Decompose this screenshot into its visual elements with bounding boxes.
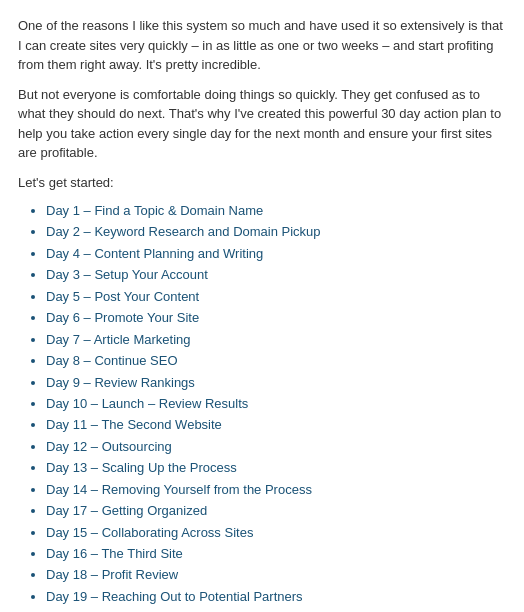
- list-item: Day 1 – Find a Topic & Domain Name: [46, 200, 506, 221]
- paragraph-2: But not everyone is comfortable doing th…: [18, 85, 506, 163]
- list-item: Day 17 – Getting Organized: [46, 500, 506, 521]
- paragraph-3: Let's get started:: [18, 173, 506, 193]
- list-item: Day 11 – The Second Website: [46, 414, 506, 435]
- list-item: Day 20 – Increasing Action Speed: [46, 607, 506, 612]
- list-item: Day 9 – Review Rankings: [46, 372, 506, 393]
- list-item: Day 19 – Reaching Out to Potential Partn…: [46, 586, 506, 607]
- list-item: Day 14 – Removing Yourself from the Proc…: [46, 479, 506, 500]
- list-item: Day 16 – The Third Site: [46, 543, 506, 564]
- list-item: Day 13 – Scaling Up the Process: [46, 457, 506, 478]
- list-item: Day 7 – Article Marketing: [46, 329, 506, 350]
- list-item: Day 12 – Outsourcing: [46, 436, 506, 457]
- day-list: Day 1 – Find a Topic & Domain NameDay 2 …: [18, 200, 506, 612]
- list-item: Day 2 – Keyword Research and Domain Pick…: [46, 221, 506, 242]
- list-item: Day 3 – Setup Your Account: [46, 264, 506, 285]
- list-item: Day 8 – Continue SEO: [46, 350, 506, 371]
- paragraph-1: One of the reasons I like this system so…: [18, 16, 506, 75]
- list-item: Day 10 – Launch – Review Results: [46, 393, 506, 414]
- list-item: Day 18 – Profit Review: [46, 564, 506, 585]
- list-item: Day 15 – Collaborating Across Sites: [46, 522, 506, 543]
- list-item: Day 5 – Post Your Content: [46, 286, 506, 307]
- list-item: Day 6 – Promote Your Site: [46, 307, 506, 328]
- list-item: Day 4 – Content Planning and Writing: [46, 243, 506, 264]
